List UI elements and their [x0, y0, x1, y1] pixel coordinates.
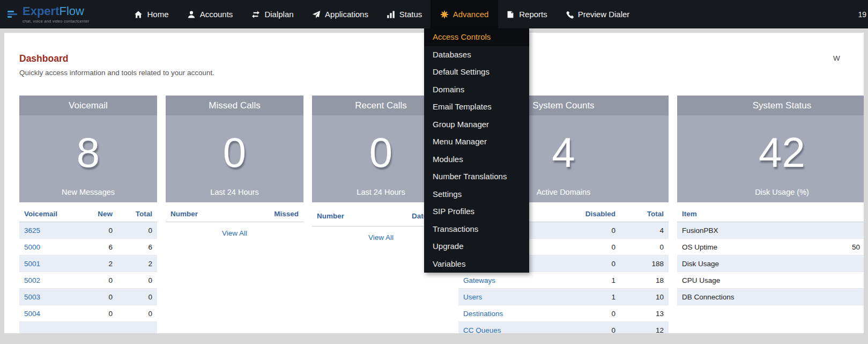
nav-item-advanced[interactable]: Advanced: [431, 0, 498, 28]
status-icon: [387, 10, 395, 19]
cell-new: 6: [78, 243, 113, 251]
voicemail-extension-link[interactable]: 5003: [24, 293, 78, 301]
cell-new: 0: [78, 276, 113, 284]
menu-item-access-controls[interactable]: Access Controls: [424, 28, 529, 46]
cell-total: 18: [615, 276, 664, 284]
nav-item-accounts[interactable]: Accounts: [177, 0, 243, 28]
menu-item-email-templates[interactable]: Email Templates: [424, 98, 529, 116]
dialplan-icon: [251, 10, 260, 19]
card-title: Voicemail: [19, 96, 157, 115]
nav-item-preview-dialer[interactable]: Preview Dialer: [555, 0, 639, 28]
menu-item-settings[interactable]: Settings: [424, 186, 529, 203]
cell-disabled: 0: [573, 243, 615, 251]
voicemail-extension-link[interactable]: 5002: [24, 276, 78, 284]
cell-total: 6: [113, 243, 152, 251]
table-row: OS Uptime 50: [677, 239, 864, 255]
phone-handset-icon: [565, 10, 574, 19]
cell-disabled: 1: [573, 293, 615, 301]
menu-item-group-manager[interactable]: Group Manager: [424, 116, 529, 134]
table-header-row: Voicemail New Total: [19, 206, 157, 222]
menu-item-variables[interactable]: Variables: [424, 255, 529, 273]
cell-total: 4: [615, 226, 664, 235]
voicemail-extension-link[interactable]: 5001: [24, 260, 78, 268]
table-row: 5002 0 0: [19, 272, 157, 289]
voicemail-count-panel: 8 New Messages: [19, 115, 157, 202]
menu-item-menu-manager[interactable]: Menu Manager: [424, 133, 529, 151]
table-row-partial: [19, 322, 157, 333]
table-header-row: Number Missed: [166, 206, 303, 222]
column-header: Disabled: [573, 210, 615, 218]
missed-calls-count-panel: 0 Last 24 Hours: [166, 115, 303, 202]
cell-disabled: 0: [573, 260, 615, 268]
system-status-table: Item FusionPBX OS Uptime 50 Disk Usage C…: [677, 206, 864, 305]
voicemail-extension-link[interactable]: 5004: [24, 310, 78, 318]
system-status-panel: 42 Disk Usage (%): [677, 115, 864, 202]
nav-item-label: Reports: [519, 10, 547, 19]
app-logo[interactable]: ExpertFlow chat, voice and video contact…: [0, 0, 103, 28]
reports-icon: [506, 10, 515, 19]
menu-item-domains[interactable]: Domains: [424, 81, 529, 99]
table-row: CPU Usage: [677, 272, 864, 289]
big-number-label: New Messages: [19, 188, 157, 196]
cell-disabled: 0: [573, 326, 615, 334]
table-row: Gateways 1 18: [458, 272, 669, 289]
cell-total: 2: [113, 260, 152, 268]
count-item-link[interactable]: CC Queues: [463, 326, 573, 334]
menu-item-number-translations[interactable]: Number Translations: [424, 168, 529, 186]
view-all-link[interactable]: View All: [222, 229, 247, 237]
view-all-link[interactable]: View All: [368, 233, 394, 241]
page-title: Dashboard: [19, 53, 68, 64]
menu-item-transactions[interactable]: Transactions: [424, 221, 529, 238]
count-item-link[interactable]: Users: [463, 293, 573, 301]
column-header: New: [78, 210, 113, 218]
nav-item-label: Accounts: [200, 10, 233, 19]
card-missed-calls: Missed Calls 0 Last 24 Hours Number Miss…: [166, 96, 303, 244]
voicemail-extension-link[interactable]: 5000: [24, 243, 78, 251]
nav-item-label: Home: [147, 10, 168, 19]
column-header: Total: [113, 210, 152, 218]
count-item-link[interactable]: Destinations: [463, 310, 573, 318]
cell-new: 0: [78, 293, 113, 301]
table-row: 5003 0 0: [19, 289, 157, 305]
voicemail-extension-link[interactable]: 3625: [24, 226, 78, 235]
nav-item-applications[interactable]: Applications: [302, 0, 378, 28]
table-row: DB Connections: [677, 289, 864, 305]
cell-total: 188: [615, 260, 664, 268]
column-header: Number: [317, 212, 412, 220]
big-number-label: Last 24 Hours: [166, 188, 303, 196]
table-row: FusionPBX: [677, 222, 864, 239]
advanced-dropdown-menu: Access Controls Databases Default Settin…: [424, 28, 529, 273]
logo-icon: [6, 9, 18, 20]
menu-item-modules[interactable]: Modules: [424, 151, 529, 169]
logo-text: ExpertFlow: [23, 5, 90, 17]
cell-new: 2: [78, 260, 113, 268]
nav-item-reports[interactable]: Reports: [498, 0, 555, 28]
nav-item-dialplan[interactable]: Dialplan: [243, 0, 302, 28]
logo-tagline: chat, voice and video contactcenter: [23, 19, 90, 24]
nav-items: Home Accounts Dialplan Applications Stat…: [126, 0, 639, 28]
menu-item-sip-profiles[interactable]: SIP Profiles: [424, 203, 529, 221]
card-title: System Status: [677, 96, 864, 115]
cell-total: 0: [113, 310, 152, 318]
table-row: 3625 0 0: [19, 222, 157, 239]
nav-item-label: Advanced: [453, 10, 489, 19]
nav-item-home[interactable]: Home: [126, 0, 177, 28]
menu-item-default-settings[interactable]: Default Settings: [424, 63, 529, 81]
nav-item-status[interactable]: Status: [378, 0, 431, 28]
missed-calls-table: Number Missed View All: [166, 206, 303, 244]
card-system-status: System Status 42 Disk Usage (%) Item Fus…: [677, 96, 864, 305]
welcome-text: W: [833, 54, 840, 62]
column-header: Total: [615, 210, 664, 218]
view-all-row: View All: [166, 222, 303, 244]
big-number-label: Disk Usage (%): [677, 188, 864, 196]
cell-total: 10: [615, 293, 664, 301]
menu-item-databases[interactable]: Databases: [424, 46, 529, 64]
count-item-link[interactable]: Gateways: [463, 276, 573, 284]
table-row: CC Queues 0 12: [458, 322, 669, 333]
nav-item-label: Status: [399, 10, 422, 19]
page-subtitle: Quickly access information and tools rel…: [19, 69, 214, 77]
column-header: Voicemail: [24, 210, 78, 218]
menu-item-upgrade[interactable]: Upgrade: [424, 238, 529, 255]
cell-total: 0: [113, 226, 152, 235]
nav-item-label: Preview Dialer: [578, 10, 630, 19]
